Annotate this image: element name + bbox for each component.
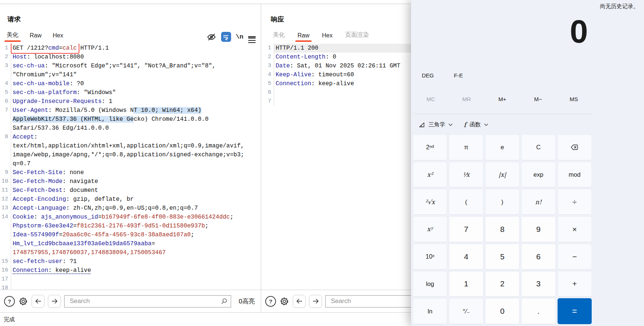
code-text: sec-ch-ua-mobile: [13, 80, 70, 87]
help-icon: [265, 296, 276, 307]
tab-Hex[interactable]: Hex: [53, 32, 63, 39]
key-factorial[interactable]: n!: [521, 189, 555, 215]
key-clear[interactable]: C: [521, 134, 555, 160]
key-0[interactable]: 0: [485, 298, 519, 324]
next-match-button[interactable]: [48, 295, 61, 308]
code-text: sec-ch-ua: [13, 63, 45, 69]
key-reciprocal[interactable]: ¹⁄x: [449, 162, 483, 188]
key-x-power-y[interactable]: xʸ: [413, 216, 447, 242]
key-pi[interactable]: π: [449, 134, 483, 160]
settings-button[interactable]: [18, 296, 28, 306]
line-number: 7: [0, 106, 11, 133]
code-text: =: [59, 232, 63, 238]
tab-美化[interactable]: 美化: [273, 31, 285, 39]
word-wrap-icon[interactable]: [221, 32, 231, 42]
request-search-box: [64, 295, 231, 307]
memory-clear[interactable]: MC: [413, 93, 448, 106]
line-content: Sec-Fetch-Dest: document: [11, 186, 261, 195]
key-close-paren[interactable]: ): [485, 189, 519, 215]
line-content: Upgrade-Insecure-Requests: 1: [11, 97, 261, 106]
code-text: Connection: [276, 80, 311, 87]
line-content: Cookie: ajs_anonymous_id=b167949f-6fe8-4…: [11, 213, 261, 257]
line-number: 7: [261, 97, 274, 106]
key-divide[interactable]: ÷: [558, 189, 592, 215]
request-editor[interactable]: 1GET /1212?cmd=calc HTTP/1.12Host: local…: [0, 44, 261, 290]
key-decimal[interactable]: .: [521, 298, 555, 324]
request-search-input[interactable]: [69, 297, 221, 305]
code-text: Sec-Fetch-Site: [13, 169, 62, 176]
prev-match-button[interactable]: [293, 295, 306, 308]
memory-store[interactable]: MS: [556, 93, 592, 106]
help-button[interactable]: [4, 296, 15, 307]
newline-icon[interactable]: \n: [236, 33, 243, 40]
key-10-power-x[interactable]: 10ˣ: [413, 244, 447, 270]
memory-add[interactable]: M+: [484, 93, 520, 106]
key-absolute[interactable]: |x|: [485, 162, 519, 188]
key-2nd[interactable]: 2ⁿᵈ: [413, 134, 447, 160]
key-4[interactable]: 4: [449, 244, 483, 270]
key-euler[interactable]: e: [485, 134, 519, 160]
key-8[interactable]: 8: [485, 216, 519, 242]
tab-美化[interactable]: 美化: [7, 31, 19, 39]
line-number: 1: [261, 44, 274, 53]
memory-recall[interactable]: MR: [448, 93, 484, 106]
key-multiply[interactable]: ×: [558, 216, 592, 242]
function-dropdown[interactable]: f 函数: [460, 117, 492, 132]
key-log[interactable]: log: [413, 271, 447, 297]
key-ln[interactable]: ln: [413, 298, 447, 324]
code-text: sec-fetch-user: [13, 258, 62, 265]
code-text: =: [151, 240, 155, 247]
trigonometry-label: 三角学: [428, 121, 445, 128]
angle-icon: [418, 121, 425, 128]
key-9[interactable]: 9: [521, 216, 555, 242]
code-text: Connection: [13, 267, 48, 274]
request-findbar: 0高亮: [0, 290, 261, 312]
key-open-paren[interactable]: (: [449, 189, 483, 215]
code-line: 12Accept-Encoding: gzip, deflate, br: [0, 195, 261, 204]
hide-preview-icon[interactable]: [207, 32, 216, 42]
key-2[interactable]: 2: [485, 271, 519, 297]
key-add[interactable]: +: [558, 271, 592, 297]
key-backspace[interactable]: [558, 134, 592, 160]
keypad: 2ⁿᵈπeCx²¹⁄x|x|expmod²√x()n!÷xʸ789×10ˣ456…: [413, 134, 592, 324]
code-text: Upgrade-Insecure-Requests: [13, 98, 102, 105]
key-1[interactable]: 1: [449, 271, 483, 297]
menu-icon[interactable]: [248, 35, 256, 39]
help-button[interactable]: [265, 296, 276, 307]
tab-Raw[interactable]: Raw: [30, 32, 42, 39]
key-exp[interactable]: exp: [521, 162, 555, 188]
key-7[interactable]: 7: [449, 216, 483, 242]
angle-unit-button[interactable]: DEG: [416, 70, 440, 81]
tab-Hex[interactable]: Hex: [322, 32, 332, 39]
key-3[interactable]: 3: [521, 271, 555, 297]
code-line: 18: [0, 284, 261, 290]
gear-icon: [18, 296, 28, 306]
next-match-button[interactable]: [309, 295, 322, 308]
key-equals[interactable]: =: [558, 298, 592, 324]
code-text: HTTP/1.1 200: [276, 45, 318, 51]
line-content: Connection: keep-alive: [11, 266, 261, 275]
fe-toggle-button[interactable]: F-E: [448, 70, 469, 81]
line-content: Accept-Language: zh-CN,zh;q=0.9,en-US;q=…: [11, 204, 261, 213]
memory-subtract[interactable]: M−: [520, 93, 556, 106]
key-negate[interactable]: ⁺⁄₋: [449, 298, 483, 324]
function-row: 三角学 f 函数: [414, 117, 492, 132]
code-text: : Mozilla/5.0 (Windows N: [48, 107, 134, 114]
key-5[interactable]: 5: [485, 244, 519, 270]
key-x-squared[interactable]: x²: [413, 162, 447, 188]
key-subtract[interactable]: −: [558, 244, 592, 270]
line-content: sec-ch-ua: "Microsoft Edge";v="141", "No…: [11, 61, 261, 79]
line-number: 2: [0, 53, 11, 61]
trigonometry-dropdown[interactable]: 三角学: [414, 117, 457, 132]
tab-Raw[interactable]: Raw: [298, 32, 309, 39]
code-text: GET /1212?: [13, 45, 48, 51]
prev-match-button[interactable]: [32, 295, 45, 308]
key-6[interactable]: 6: [521, 244, 555, 270]
key-mod[interactable]: mod: [558, 162, 592, 188]
line-number: 12: [0, 195, 11, 204]
tab-页面渲染[interactable]: 页面渲染: [345, 31, 369, 39]
line-content: Sec-Fetch-Site: none: [11, 168, 261, 177]
code-text: Phpstorm-63ee3e42: [13, 223, 73, 229]
key-sqrt[interactable]: ²√x: [413, 189, 447, 215]
settings-button[interactable]: [279, 296, 289, 306]
